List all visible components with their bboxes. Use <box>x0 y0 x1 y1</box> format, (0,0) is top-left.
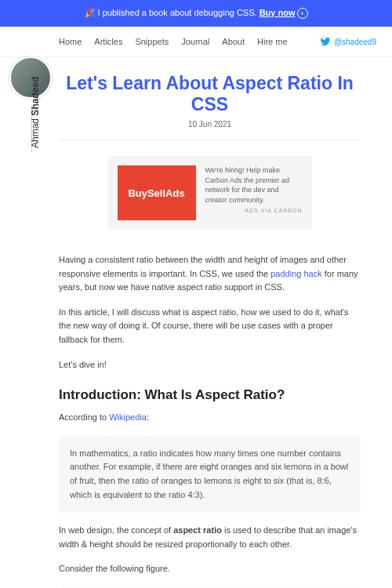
blockquote: In mathematics, a ratio indicates how ma… <box>59 436 361 513</box>
padding-hack-link[interactable]: padding hack <box>270 269 321 278</box>
paragraph: In this article, I will discuss what is … <box>59 306 361 347</box>
main-nav: Home Articles Snippets Journal About Hir… <box>59 37 315 46</box>
paragraph: Let's dive in! <box>59 358 361 372</box>
buy-now-link[interactable]: Buy now› <box>260 8 308 17</box>
paragraph: Consider the following figure. <box>59 562 361 576</box>
nav-hire[interactable]: Hire me <box>257 37 288 46</box>
carbon-ad[interactable]: BuySellAds We're hiring! Help make Carbo… <box>108 156 312 230</box>
nav-about[interactable]: About <box>222 37 245 46</box>
banner-text: 🎉 I published a book about debugging CSS… <box>85 8 260 17</box>
ad-logo: BuySellAds <box>118 165 196 220</box>
paragraph: Having a consistent ratio between the wi… <box>59 253 361 295</box>
paragraph: According to Wikipedia: <box>59 411 361 425</box>
author-name: Ahmad Shadeed <box>30 77 41 148</box>
nav-articles[interactable]: Articles <box>94 37 122 46</box>
article-content: Let's Learn About Aspect Ratio In CSS 10… <box>0 57 392 588</box>
twitter-icon <box>320 36 331 47</box>
wikipedia-link[interactable]: Wikipedia <box>109 412 147 422</box>
page-title: Let's Learn About Aspect Ratio In CSS <box>59 73 361 115</box>
nav-snippets[interactable]: Snippets <box>135 37 169 46</box>
ad-via: ADS VIA CARBON <box>205 208 303 213</box>
ad-text: We're hiring! Help make Carbon Ads the p… <box>205 165 303 205</box>
header: Home Articles Snippets Journal About Hir… <box>0 27 392 57</box>
paragraph: In web design, the concept of aspect rat… <box>59 524 361 551</box>
twitter-link[interactable]: @shadeed9 <box>320 36 376 47</box>
section-heading: Introduction: What Is Aspect Ratio? <box>59 387 361 403</box>
nav-journal[interactable]: Journal <box>181 37 209 46</box>
arrow-circle-icon: › <box>297 8 308 19</box>
article-date: 10 Jun 2021 <box>59 120 361 140</box>
promo-banner: 🎉 I published a book about debugging CSS… <box>0 0 392 27</box>
nav-home[interactable]: Home <box>59 37 82 46</box>
